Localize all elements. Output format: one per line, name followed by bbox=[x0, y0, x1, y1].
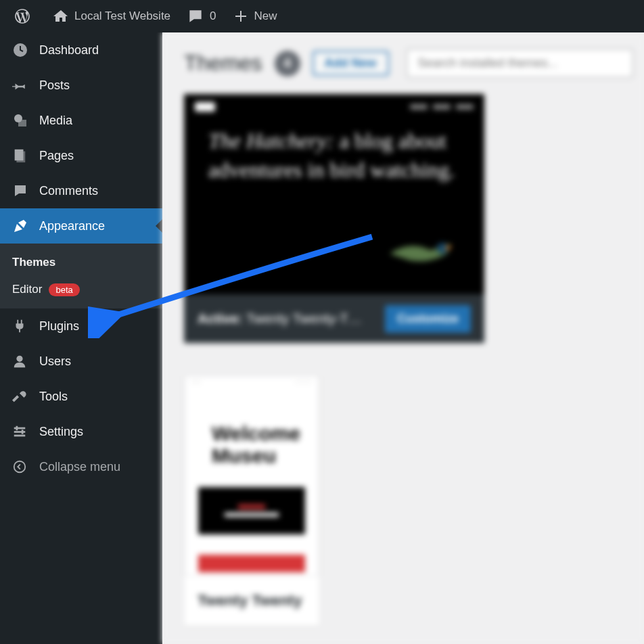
sidebar-item-label: Users bbox=[39, 354, 71, 369]
svg-rect-5 bbox=[14, 428, 26, 430]
submenu-editor[interactable]: Editor beta bbox=[0, 276, 162, 303]
collapse-icon bbox=[12, 459, 31, 474]
site-link[interactable]: Local Test Website bbox=[45, 0, 179, 32]
svg-point-4 bbox=[16, 356, 22, 362]
tools-icon bbox=[12, 389, 31, 404]
site-title: Local Test Website bbox=[74, 9, 170, 23]
customize-button[interactable]: Customize bbox=[385, 305, 471, 333]
home-icon bbox=[53, 8, 69, 24]
sidebar-item-plugins[interactable]: Plugins bbox=[0, 308, 162, 344]
theme-count-badge: 4 bbox=[275, 51, 300, 76]
theme-name: Twenty Twenty bbox=[184, 576, 319, 626]
pages-icon bbox=[12, 148, 31, 163]
beta-badge: beta bbox=[49, 283, 79, 296]
wp-logo[interactable] bbox=[5, 0, 45, 32]
new-label: New bbox=[254, 9, 277, 23]
sidebar-item-label: Tools bbox=[39, 390, 68, 404]
plus-icon bbox=[233, 8, 249, 24]
sidebar-item-comments[interactable]: Comments bbox=[0, 173, 162, 208]
svg-rect-9 bbox=[22, 430, 24, 434]
sidebar-item-label: Pages bbox=[39, 149, 74, 163]
sidebar-item-pages[interactable]: Pages bbox=[0, 138, 162, 173]
comments-count: 0 bbox=[210, 9, 216, 23]
svg-rect-7 bbox=[14, 435, 26, 437]
theme-preview: The Hatchery: a blog about adventures in… bbox=[184, 94, 484, 294]
comments-icon bbox=[12, 183, 31, 199]
appearance-icon bbox=[12, 218, 31, 234]
add-new-button[interactable]: Add New bbox=[313, 51, 389, 76]
settings-icon bbox=[12, 424, 31, 439]
theme-card-active[interactable]: The Hatchery: a blog about adventures in… bbox=[184, 94, 484, 343]
search-themes-input[interactable] bbox=[407, 49, 633, 78]
svg-rect-6 bbox=[14, 431, 26, 433]
new-link[interactable]: New bbox=[225, 0, 285, 32]
sidebar-item-dashboard[interactable]: Dashboard bbox=[0, 32, 162, 68]
active-theme-status: Active: Twenty Twenty-T… bbox=[198, 311, 362, 327]
page-title: Themes bbox=[184, 51, 262, 76]
sidebar-item-appearance[interactable]: Appearance bbox=[0, 208, 162, 244]
dashboard-icon bbox=[12, 42, 31, 58]
sidebar-item-media[interactable]: Media bbox=[0, 103, 162, 138]
pin-icon bbox=[12, 78, 31, 93]
sidebar-item-posts[interactable]: Posts bbox=[0, 68, 162, 103]
collapse-label: Collapse menu bbox=[39, 460, 120, 474]
comments-link[interactable]: 0 bbox=[179, 0, 224, 32]
theme-preview: ——— — — Welcome Museu bbox=[184, 375, 319, 576]
sidebar-item-label: Settings bbox=[39, 425, 83, 439]
users-icon bbox=[12, 354, 31, 369]
media-icon bbox=[12, 112, 31, 129]
sidebar-item-label: Appearance bbox=[39, 219, 105, 233]
sidebar-item-label: Dashboard bbox=[39, 43, 99, 58]
svg-rect-8 bbox=[16, 426, 18, 430]
sidebar-item-label: Media bbox=[39, 114, 72, 128]
appearance-submenu: Themes Editor beta bbox=[0, 244, 162, 308]
sidebar-item-label: Comments bbox=[39, 184, 98, 198]
wordpress-icon bbox=[14, 7, 31, 25]
sidebar-item-label: Posts bbox=[39, 78, 70, 93]
sidebar-item-users[interactable]: Users bbox=[0, 344, 162, 379]
svg-point-10 bbox=[14, 461, 26, 473]
collapse-menu[interactable]: Collapse menu bbox=[0, 449, 162, 484]
bird-icon bbox=[383, 233, 457, 267]
svg-rect-3 bbox=[16, 152, 25, 163]
sidebar-item-settings[interactable]: Settings bbox=[0, 414, 162, 449]
comment-icon bbox=[187, 7, 204, 25]
plugins-icon bbox=[12, 319, 31, 334]
sidebar-item-label: Plugins bbox=[39, 319, 79, 334]
sidebar-item-tools[interactable]: Tools bbox=[0, 379, 162, 414]
theme-card[interactable]: ——— — — Welcome Museu Twenty Twenty bbox=[184, 375, 319, 626]
submenu-themes[interactable]: Themes bbox=[0, 249, 162, 276]
